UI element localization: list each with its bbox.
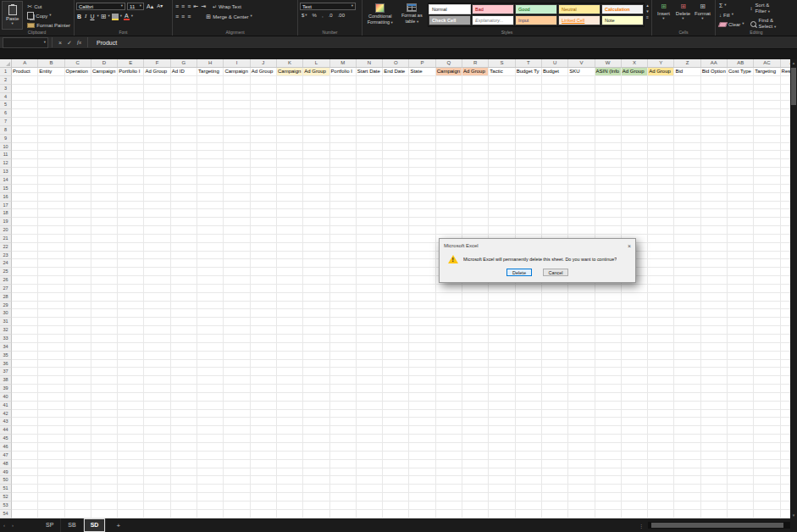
cell-Y20[interactable] bbox=[648, 226, 674, 235]
cell-D6[interactable] bbox=[91, 109, 118, 118]
font-size-select[interactable]: 11 ▾ bbox=[127, 3, 144, 10]
cell-R47[interactable] bbox=[462, 452, 489, 460]
cell-T46[interactable] bbox=[516, 443, 542, 452]
cell-N53[interactable] bbox=[357, 502, 383, 510]
cell-Y38[interactable] bbox=[648, 376, 674, 385]
cell-C19[interactable] bbox=[65, 218, 91, 226]
cell-G50[interactable] bbox=[171, 476, 197, 485]
cell-S52[interactable] bbox=[489, 493, 515, 502]
cell-Z3[interactable] bbox=[674, 85, 700, 93]
cell-L28[interactable] bbox=[303, 293, 329, 302]
cell-R52[interactable] bbox=[462, 493, 489, 502]
cell-Z51[interactable] bbox=[674, 485, 700, 493]
cell-E18[interactable] bbox=[118, 209, 144, 218]
row-header-44[interactable]: 44 bbox=[0, 426, 12, 435]
gallery-down-icon[interactable]: ▾ bbox=[646, 9, 649, 14]
cell-K40[interactable] bbox=[277, 393, 303, 402]
cell-W11[interactable] bbox=[595, 151, 622, 159]
cell-W28[interactable] bbox=[595, 293, 622, 302]
cell-Y36[interactable] bbox=[648, 360, 674, 369]
cell-AB40[interactable] bbox=[728, 393, 754, 402]
cell-J12[interactable] bbox=[251, 159, 277, 168]
cell-Q42[interactable] bbox=[436, 410, 462, 418]
cell-P36[interactable] bbox=[409, 360, 435, 369]
cell-A39[interactable] bbox=[12, 385, 38, 393]
cell-N40[interactable] bbox=[357, 393, 383, 402]
cell-O5[interactable] bbox=[383, 101, 409, 109]
cell-Z26[interactable] bbox=[674, 276, 700, 285]
cell-G5[interactable] bbox=[171, 101, 197, 109]
cell-AC4[interactable] bbox=[754, 93, 780, 102]
cell-AB9[interactable] bbox=[728, 135, 754, 143]
cell-A32[interactable] bbox=[12, 326, 38, 335]
column-header-F[interactable]: F bbox=[144, 59, 170, 67]
cell-Z41[interactable] bbox=[674, 402, 700, 410]
cell-P13[interactable] bbox=[409, 168, 435, 176]
cell-S35[interactable] bbox=[489, 352, 515, 360]
column-header-C[interactable]: C bbox=[65, 59, 91, 67]
cell-H28[interactable] bbox=[197, 293, 224, 302]
cell-L2[interactable] bbox=[303, 76, 329, 85]
cell-O23[interactable] bbox=[383, 252, 409, 260]
cell-A17[interactable] bbox=[12, 202, 38, 210]
cell-Z12[interactable] bbox=[674, 159, 700, 168]
cell-E25[interactable] bbox=[118, 268, 144, 276]
cell-K44[interactable] bbox=[277, 426, 303, 435]
cell-I1[interactable]: Campaign bbox=[224, 68, 250, 76]
cell-O2[interactable] bbox=[383, 76, 409, 85]
cell-H37[interactable] bbox=[197, 368, 224, 376]
cell-Z43[interactable] bbox=[674, 418, 700, 426]
row-header-6[interactable]: 6 bbox=[0, 109, 12, 118]
delete-button[interactable]: Delete bbox=[506, 269, 532, 276]
cell-Y9[interactable] bbox=[648, 135, 674, 143]
cell-G41[interactable] bbox=[171, 402, 197, 410]
cell-V32[interactable] bbox=[568, 326, 595, 335]
cell-J29[interactable] bbox=[251, 302, 277, 310]
cell-X43[interactable] bbox=[622, 418, 648, 426]
cell-L40[interactable] bbox=[303, 393, 329, 402]
cell-K1[interactable]: Campaign bbox=[277, 68, 303, 76]
cell-E35[interactable] bbox=[118, 352, 144, 360]
cell-D22[interactable] bbox=[91, 243, 118, 252]
cell-AB14[interactable] bbox=[728, 176, 754, 185]
cell-AD32[interactable] bbox=[781, 326, 790, 335]
cell-AB54[interactable] bbox=[728, 510, 754, 518]
cell-H18[interactable] bbox=[197, 209, 224, 218]
cell-T34[interactable] bbox=[516, 343, 542, 352]
cell-M20[interactable] bbox=[330, 226, 357, 235]
cell-Q54[interactable] bbox=[436, 510, 462, 518]
cell-C18[interactable] bbox=[65, 209, 91, 218]
cell-T29[interactable] bbox=[516, 302, 542, 310]
cell-Q53[interactable] bbox=[436, 502, 462, 510]
cell-V11[interactable] bbox=[568, 151, 595, 159]
cell-N30[interactable] bbox=[357, 309, 383, 318]
cell-E33[interactable] bbox=[118, 335, 144, 343]
cell-Q52[interactable] bbox=[436, 493, 462, 502]
cell-O9[interactable] bbox=[383, 135, 409, 143]
row-header-15[interactable]: 15 bbox=[0, 185, 12, 193]
cell-AC36[interactable] bbox=[754, 360, 780, 369]
cell-O42[interactable] bbox=[383, 410, 409, 418]
cell-O38[interactable] bbox=[383, 376, 409, 385]
cell-J24[interactable] bbox=[251, 259, 277, 268]
row-header-23[interactable]: 23 bbox=[0, 252, 12, 260]
column-header-T[interactable]: T bbox=[516, 59, 542, 67]
fill-button[interactable]: ↓ Fill ▾ bbox=[717, 11, 746, 19]
cell-Y32[interactable] bbox=[648, 326, 674, 335]
cell-W47[interactable] bbox=[595, 452, 622, 460]
cell-U45[interactable] bbox=[542, 435, 568, 443]
cell-R10[interactable] bbox=[462, 143, 489, 152]
borders-icon[interactable]: ⊞ bbox=[101, 14, 107, 20]
cell-E24[interactable] bbox=[118, 259, 144, 268]
cell-H27[interactable] bbox=[197, 285, 224, 293]
cell-N41[interactable] bbox=[357, 402, 383, 410]
cell-X4[interactable] bbox=[622, 93, 648, 102]
cell-AA38[interactable] bbox=[701, 376, 728, 385]
cell-E7[interactable] bbox=[118, 118, 144, 126]
cell-J26[interactable] bbox=[251, 276, 277, 285]
cell-V36[interactable] bbox=[568, 360, 595, 369]
cell-S46[interactable] bbox=[489, 443, 515, 452]
cell-G37[interactable] bbox=[171, 368, 197, 376]
cell-K33[interactable] bbox=[277, 335, 303, 343]
cell-L23[interactable] bbox=[303, 252, 329, 260]
